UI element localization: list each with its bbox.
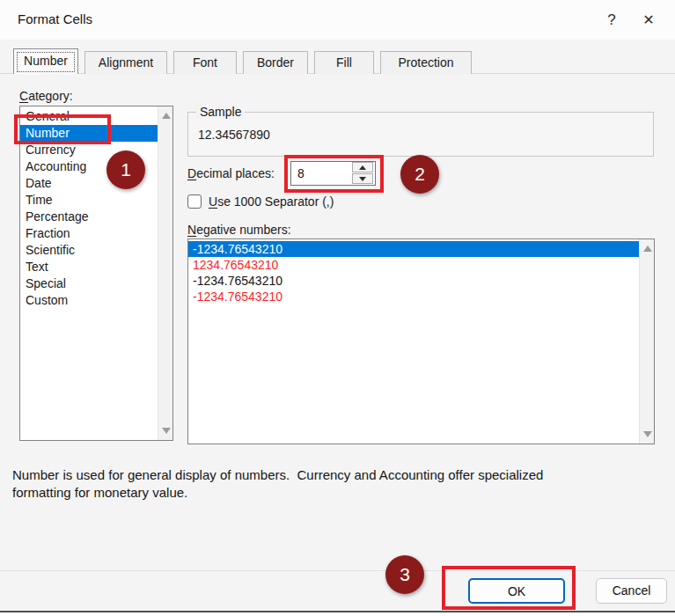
- scroll-up-icon[interactable]: [640, 241, 655, 256]
- negative-format-option[interactable]: -1234.76543210: [188, 289, 639, 304]
- negative-label-accel: N: [187, 223, 196, 237]
- tab-font-label: Font: [193, 55, 217, 70]
- decimal-places-label: Decimal places:: [187, 166, 275, 180]
- sample-value: 12.34567890: [198, 128, 270, 142]
- decimal-label-rest: ecimal places:: [196, 166, 275, 180]
- up-arrow-icon: [162, 113, 171, 119]
- category-item-custom[interactable]: Custom: [20, 292, 158, 309]
- format-cells-dialog: Format Cells ? ✕ Number Alignment Font B…: [0, 0, 675, 616]
- category-label-rest: ategory:: [28, 89, 73, 103]
- category-item-text[interactable]: Text: [20, 259, 158, 275]
- sample-groupbox: Sample 12.34567890: [187, 112, 654, 157]
- tab-number-label: Number: [24, 54, 68, 68]
- tab-font[interactable]: Font: [173, 51, 237, 74]
- category-item-fraction[interactable]: Fraction: [20, 225, 158, 242]
- description-line1: Number is used for general display of nu…: [12, 467, 543, 482]
- negative-format-option[interactable]: -1234.76543210: [188, 241, 639, 257]
- category-description: Number is used for general display of nu…: [12, 466, 667, 502]
- use-1000-separator-label: Use 1000 Separator (,): [209, 194, 334, 209]
- tab-fill-label: Fill: [336, 55, 352, 70]
- category-item-percentage[interactable]: Percentage: [20, 209, 158, 225]
- negative-numbers-scrollbar[interactable]: [639, 239, 654, 444]
- title-bar: Format Cells ? ✕: [0, 0, 675, 40]
- tab-border[interactable]: Border: [243, 51, 308, 74]
- category-scrollbar[interactable]: [158, 106, 172, 440]
- category-label: Category:: [19, 89, 73, 103]
- up-arrow-icon: [643, 246, 652, 252]
- tab-alignment[interactable]: Alignment: [84, 51, 167, 74]
- negative-label-rest: egative numbers:: [196, 223, 290, 237]
- sample-label: Sample: [196, 105, 245, 119]
- tab-protection[interactable]: Protection: [380, 51, 472, 74]
- tab-alignment-label: Alignment: [99, 55, 153, 70]
- negative-format-option[interactable]: 1234.76543210: [188, 257, 639, 273]
- tab-strip: Number Alignment Font Border Fill Protec…: [13, 48, 478, 74]
- tab-protection-label: Protection: [398, 55, 453, 70]
- negative-numbers-items: -1234.76543210 1234.76543210 -1234.76543…: [188, 241, 639, 304]
- use-1000-separator-checkbox[interactable]: [187, 194, 202, 209]
- close-icon[interactable]: ✕: [634, 8, 664, 33]
- scroll-down-icon[interactable]: [158, 423, 173, 438]
- category-label-accel: C: [19, 89, 28, 103]
- annotation-step-3-badge: 3: [385, 555, 424, 594]
- category-item-scientific[interactable]: Scientific: [20, 242, 158, 259]
- category-item-time[interactable]: Time: [20, 192, 158, 209]
- annotation-box-decimal-places: [284, 155, 384, 193]
- negative-numbers-label: Negative numbers:: [187, 223, 291, 237]
- separator-label-rest: se 1000 Separator (,): [217, 194, 334, 209]
- dialog-title: Format Cells: [18, 11, 92, 26]
- annotation-step-1-badge: 1: [106, 150, 145, 189]
- window-below-edge: [0, 612, 675, 616]
- category-listbox: General Number Currency Accounting Date …: [19, 106, 173, 441]
- category-item-special[interactable]: Special: [20, 275, 158, 292]
- tab-number[interactable]: Number: [13, 48, 78, 74]
- separator-label-accel: U: [209, 194, 217, 209]
- negative-numbers-listbox: -1234.76543210 1234.76543210 -1234.76543…: [187, 238, 655, 444]
- tab-border-label: Border: [257, 55, 294, 70]
- annotation-step-2-badge: 2: [400, 155, 439, 194]
- tab-fill[interactable]: Fill: [314, 51, 374, 74]
- scroll-down-icon[interactable]: [640, 427, 655, 442]
- down-arrow-icon: [162, 428, 171, 434]
- negative-format-option[interactable]: -1234.76543210: [188, 273, 639, 289]
- annotation-box-ok: [442, 566, 576, 610]
- help-icon[interactable]: ?: [597, 8, 627, 33]
- decimal-label-accel: D: [187, 166, 196, 180]
- annotation-box-number-category: [14, 114, 111, 144]
- cancel-button[interactable]: Cancel: [596, 578, 667, 604]
- scroll-up-icon[interactable]: [158, 108, 173, 123]
- description-line2: formatting for monetary value.: [12, 485, 187, 500]
- down-arrow-icon: [643, 431, 652, 437]
